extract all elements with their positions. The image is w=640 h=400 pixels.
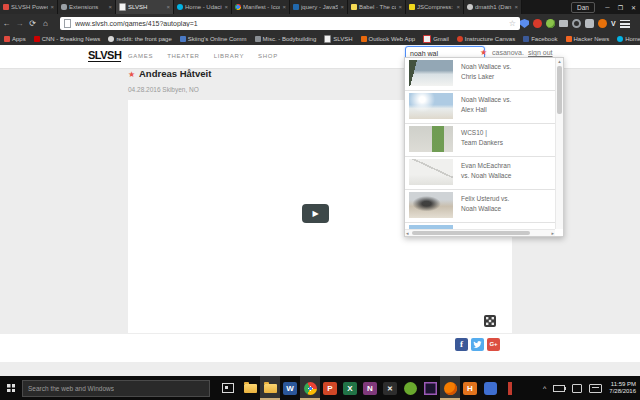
forward-icon[interactable]: → <box>13 19 26 28</box>
v-extension-icon[interactable]: V <box>611 20 616 27</box>
taskbar-app-folder-pinned[interactable] <box>240 376 260 400</box>
scroll-right-icon[interactable]: ▸ <box>551 230 554 236</box>
tab-extensions[interactable]: Extensions × <box>58 0 116 14</box>
folder-icon <box>264 384 277 393</box>
taskbar-app-powerpoint[interactable]: P <box>320 376 340 400</box>
browser-profile-button[interactable]: Dan <box>571 2 595 13</box>
taskbar-app-phpstorm[interactable] <box>420 376 440 400</box>
facebook-share-icon[interactable]: f <box>455 338 468 351</box>
tab-close-icon[interactable]: × <box>456 4 460 10</box>
taskbar-app-chrome[interactable] <box>300 376 320 400</box>
taskbar-app-heidisql[interactable]: H <box>460 376 480 400</box>
taskbar-app-blue[interactable] <box>480 376 500 400</box>
notification-icon[interactable] <box>572 384 582 393</box>
taskbar-app-redbar[interactable] <box>500 376 520 400</box>
bookmark-facebook[interactable]: Facebook <box>523 36 557 42</box>
shield-extension-icon[interactable] <box>520 19 529 28</box>
result-title-line2: Chris Laker <box>461 72 511 82</box>
keyboard-icon[interactable] <box>589 384 602 393</box>
slvsh-logo[interactable]: SLVSH <box>88 50 121 62</box>
bookmark-cnn[interactable]: CNN - Breaking News <box>34 36 101 42</box>
tab-close-icon[interactable]: × <box>514 4 518 10</box>
back-icon[interactable]: ← <box>0 19 13 28</box>
task-view-icon[interactable] <box>222 383 234 393</box>
tab-jscompress[interactable]: JSCompress: Mini × <box>406 0 464 14</box>
nav-library[interactable]: LIBRARY <box>214 53 244 59</box>
nav-shop[interactable]: SHOP <box>258 53 278 59</box>
tab-jquery[interactable]: jquery - JavaScript × <box>290 0 348 14</box>
tab-close-icon[interactable]: × <box>50 4 54 10</box>
taskbar-app-file-explorer[interactable] <box>260 376 280 400</box>
home-icon[interactable]: ⌂ <box>39 19 52 28</box>
username-label[interactable]: casanova. <box>492 49 524 56</box>
url-text[interactable]: www.slvsh.com/games/415?autoplay=1 <box>75 20 509 27</box>
orange-extension-icon[interactable] <box>598 19 607 28</box>
tab-babel[interactable]: Babel · The compi × <box>348 0 406 14</box>
bookmark-hackernews[interactable]: Hacker News <box>566 36 610 42</box>
bookmark-reddit[interactable]: reddit: the front page <box>108 36 171 42</box>
tray-chevron-icon[interactable]: ^ <box>543 385 546 392</box>
taskbar-app-green[interactable] <box>400 376 420 400</box>
horizontal-scroll-thumb[interactable] <box>412 231 530 235</box>
taskbar-app-onenote[interactable]: N <box>360 376 380 400</box>
tab-close-icon[interactable]: × <box>166 4 170 10</box>
scroll-left-icon[interactable]: ◂ <box>406 230 409 236</box>
cast-extension-icon[interactable] <box>559 20 568 27</box>
lastpass-extension-icon[interactable] <box>533 19 542 28</box>
taskbar-app-word[interactable]: W <box>280 376 300 400</box>
search-result-item[interactable]: Noah Wallace vs.Chris Laker <box>405 58 555 91</box>
bookmark-apps[interactable]: Apps <box>4 36 26 42</box>
tab-udacity[interactable]: Home - Udacity × <box>174 0 232 14</box>
dropdown-horizontal-scrollbar[interactable]: ◂ ▸ <box>405 229 555 236</box>
taskbar-app-excel[interactable]: X <box>340 376 360 400</box>
bookmark-udacity[interactable]: Home - Udacity <box>617 36 640 42</box>
search-result-item[interactable]: Evan McEachranvs. Noah Wallace <box>405 157 555 190</box>
start-button[interactable] <box>0 376 22 400</box>
tab-close-icon[interactable]: × <box>340 4 344 10</box>
reload-icon[interactable]: ⟳ <box>26 19 39 28</box>
video-play-button[interactable]: ▶ <box>302 204 329 223</box>
nav-games[interactable]: GAMES <box>128 53 153 59</box>
taskbar-app-dark[interactable]: ✕ <box>380 376 400 400</box>
browser-menu-icon[interactable] <box>620 20 630 28</box>
bookmark-outlook[interactable]: Outlook Web App <box>361 36 416 42</box>
tab-close-icon[interactable]: × <box>224 4 228 10</box>
vertical-scroll-thumb[interactable] <box>557 66 562 114</box>
battery-icon[interactable] <box>553 385 565 392</box>
scroll-up-icon[interactable]: ▴ <box>556 58 563 64</box>
googleplus-share-icon[interactable]: G+ <box>487 338 500 351</box>
ring-extension-icon[interactable] <box>572 19 581 28</box>
twitter-share-icon[interactable] <box>471 338 484 351</box>
sign-out-link[interactable]: sign out <box>528 49 553 56</box>
tab-dmatth1[interactable]: dmatth1 (Dan Ma × <box>464 0 522 14</box>
tab-manifest[interactable]: Manifest - Icons - × <box>232 0 290 14</box>
close-button[interactable]: ✕ <box>627 0 640 14</box>
bookmark-gmail[interactable]: Gmail <box>423 35 449 43</box>
search-result-item[interactable]: Noah Wallace vs.Alex Hall <box>405 91 555 124</box>
taskbar-search-input[interactable]: Search the web and Windows <box>22 380 210 397</box>
chat-extension-icon[interactable] <box>585 19 594 28</box>
bookmark-misc[interactable]: Misc. - Bodybuilding <box>255 36 317 42</box>
taskbar-app-xampp[interactable] <box>440 376 460 400</box>
tab-close-icon[interactable]: × <box>282 4 286 10</box>
bookmark-star-icon[interactable]: ☆ <box>509 19 516 28</box>
nav-theater[interactable]: THEATER <box>167 53 199 59</box>
minimize-button[interactable]: ─ <box>601 0 614 14</box>
video-fullscreen-icon[interactable] <box>484 315 496 327</box>
bookmark-canvas[interactable]: Instructure Canvas <box>457 36 515 42</box>
url-omnibox[interactable]: www.slvsh.com/games/415?autoplay=1 ☆ <box>60 17 520 30</box>
tab-slvsh-powerup[interactable]: SLVSH PowerUp - × <box>0 0 58 14</box>
bookmark-skiing[interactable]: Skiing's Online Comm <box>180 36 247 42</box>
green-extension-icon[interactable] <box>546 19 555 28</box>
bookmark-label: Hacker News <box>574 36 610 42</box>
search-result-item[interactable]: Felix Usterud vs.Noah Wallace <box>405 190 555 223</box>
tab-close-icon[interactable]: × <box>398 4 402 10</box>
tab-close-icon[interactable]: × <box>108 4 112 10</box>
search-result-item[interactable]: WCS10 |Team Dankers <box>405 124 555 157</box>
tab-slvsh-active[interactable]: SLVSH × <box>116 0 174 14</box>
restore-button[interactable]: ❐ <box>614 0 627 14</box>
dropdown-vertical-scrollbar[interactable]: ▴ <box>555 58 563 229</box>
bookmark-label: Skiing's Online Comm <box>188 36 247 42</box>
taskbar-clock[interactable]: 11:59 PM 7/28/2016 <box>609 381 636 396</box>
bookmark-slvsh[interactable]: SLVSH <box>324 35 352 43</box>
